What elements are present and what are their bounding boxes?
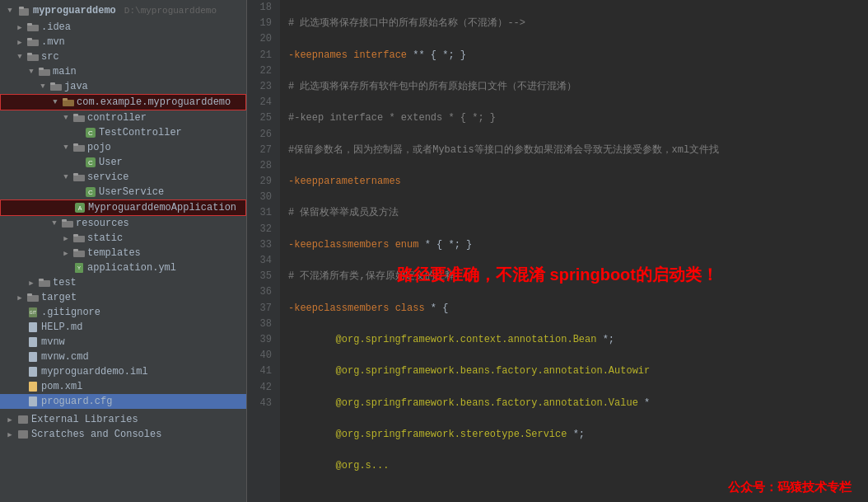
service-folder-icon — [73, 172, 85, 182]
idea-folder-icon — [27, 22, 39, 32]
tree-item-pom[interactable]: pom.xml — [0, 379, 246, 394]
user-class-icon: C — [85, 157, 96, 168]
svg-rect-4 — [27, 40, 39, 46]
line-22: #保留参数名，因为控制器，或者Mybatis等接口的参数如果混淆会导致无法接受参… — [288, 143, 860, 158]
tree-item-userservice[interactable]: C UserService — [0, 185, 246, 199]
pojo-folder-icon — [73, 143, 85, 152]
extlib-label: External Libraries — [31, 414, 138, 425]
line-18: # 此选项将保存接口中的所有原始名称（不混淆）--> — [288, 16, 860, 31]
controller-arrow: ▼ — [61, 113, 71, 123]
file-tree-sidebar[interactable]: ▼ myproguarddemo D:\myproguarddemo ▶ .id… — [0, 0, 247, 502]
tree-item-src[interactable]: ▼ src — [0, 49, 246, 64]
line-27: -keepclassmembers class * { — [288, 301, 860, 317]
tree-item-help[interactable]: HELP.md — [0, 320, 246, 335]
tree-item-mvnw[interactable]: mvnw — [0, 335, 246, 350]
main-label: main — [53, 66, 77, 77]
svg-rect-11 — [50, 82, 55, 85]
pom-label: pom.xml — [41, 381, 82, 392]
svg-rect-1 — [19, 7, 24, 9]
src-label: src — [41, 51, 59, 63]
iml-file-icon — [27, 366, 39, 378]
svg-text:Y: Y — [77, 265, 81, 270]
tree-item-main[interactable]: ▼ main — [0, 64, 246, 79]
tree-item-mvn[interactable]: ▶ .mvn — [0, 35, 246, 49]
external-libraries[interactable]: ▶ External Libraries — [0, 412, 246, 427]
svg-rect-2 — [27, 25, 39, 31]
tree-item-resources[interactable]: ▼ resources — [0, 216, 246, 231]
svg-rect-47 — [29, 396, 37, 406]
target-arrow: ▶ — [15, 293, 25, 303]
idea-label: .idea — [41, 21, 71, 33]
user-label: User — [99, 157, 123, 168]
tree-item-gitignore[interactable]: GIT .gitignore — [0, 305, 246, 320]
src-folder-icon — [27, 52, 39, 62]
scratches-consoles[interactable]: ▶ Scratches and Consoles — [0, 427, 246, 442]
static-arrow: ▶ — [61, 233, 71, 243]
tree-item-mvnwcmd[interactable]: mvnw.cmd — [0, 350, 246, 364]
proguard-label: proguard.cfg — [41, 396, 112, 407]
tree-item-templates[interactable]: ▶ templates — [0, 246, 246, 260]
extlib-arrow: ▶ — [5, 415, 15, 425]
line-23: -keepparameternames — [288, 174, 860, 190]
controller-label: controller — [87, 112, 147, 124]
svg-rect-6 — [27, 54, 39, 61]
mvn-arrow: ▶ — [15, 37, 25, 47]
idea-arrow: ▶ — [15, 22, 25, 32]
git-file-icon: GIT — [27, 307, 39, 318]
svg-rect-30 — [73, 236, 85, 242]
static-label: static — [87, 232, 123, 244]
tree-item-static[interactable]: ▶ static — [0, 231, 246, 246]
extlib-icon — [17, 414, 29, 425]
tree-item-com[interactable]: ▼ com.example.myproguarddemo — [0, 94, 246, 110]
line-24: # 保留枚举举成员及方法 — [288, 205, 860, 221]
tree-item-pojo[interactable]: ▼ pojo — [0, 140, 246, 155]
tree-item-idea[interactable]: ▶ .idea — [0, 20, 246, 35]
static-folder-icon — [73, 233, 85, 243]
tc-class-icon: C — [85, 127, 96, 138]
test-label: test — [53, 277, 77, 289]
svg-rect-46 — [29, 382, 37, 392]
tree-item-service[interactable]: ▼ service — [0, 170, 246, 185]
pojo-label: pojo — [87, 142, 111, 153]
line-26: # 不混淆所有类,保存原始定义的注释- — [288, 269, 860, 284]
tree-item-appyml[interactable]: Y application.yml — [0, 260, 246, 275]
project-root[interactable]: ▼ myproguarddemo D:\myproguarddemo — [0, 2, 246, 20]
com-folder-icon — [63, 97, 74, 107]
tpl-folder-icon — [73, 248, 85, 258]
tree-item-iml[interactable]: myproguarddemo.iml — [0, 364, 246, 379]
yml-file-icon: Y — [73, 262, 85, 274]
code-editor[interactable]: 18 19 20 21 22 23 24 25 26 27 28 29 30 3… — [247, 0, 868, 502]
svg-rect-42 — [29, 322, 37, 332]
tree-item-proguard[interactable]: proguard.cfg — [0, 394, 246, 409]
sc-arrow: ▶ — [5, 429, 15, 439]
svg-rect-14 — [73, 115, 85, 122]
tree-item-testcontroller[interactable]: C TestController — [0, 125, 246, 140]
svg-rect-45 — [29, 367, 37, 377]
service-label: service — [87, 171, 128, 183]
sc-label: Scratches and Consoles — [31, 429, 161, 440]
line-20: # 此选项将保存所有软件包中的所有原始接口文件（不进行混淆） — [288, 79, 860, 95]
tpl-label: templates — [87, 247, 141, 259]
iml-label: myproguarddemo.iml — [41, 366, 148, 378]
help-label: HELP.md — [41, 321, 82, 333]
res-label: resources — [76, 218, 129, 229]
line-numbers: 18 19 20 21 22 23 24 25 26 27 28 29 30 3… — [247, 0, 280, 502]
res-arrow: ▼ — [49, 218, 59, 228]
line-28: @org.springframework.context.annotation.… — [288, 332, 860, 348]
tree-item-app[interactable]: A MyproguarddemoApplication — [0, 199, 246, 216]
svg-text:C: C — [88, 189, 93, 196]
tree-item-controller[interactable]: ▼ controller — [0, 110, 246, 125]
line-25: -keepclassmembers enum * { *; } — [288, 237, 860, 253]
java-folder-icon — [50, 82, 62, 91]
help-file-icon — [27, 321, 39, 333]
tree-item-user[interactable]: C User — [0, 155, 246, 170]
svg-rect-22 — [73, 175, 85, 181]
mvnw-label: mvnw — [41, 336, 65, 348]
svg-rect-32 — [73, 251, 85, 257]
tree-item-test[interactable]: ▶ test — [0, 275, 246, 290]
main-arrow: ▼ — [26, 67, 36, 77]
tree-item-java[interactable]: ▼ java — [0, 79, 246, 94]
tree-item-target[interactable]: ▶ target — [0, 290, 246, 305]
test-folder-icon — [39, 278, 50, 288]
svg-rect-28 — [62, 221, 73, 228]
